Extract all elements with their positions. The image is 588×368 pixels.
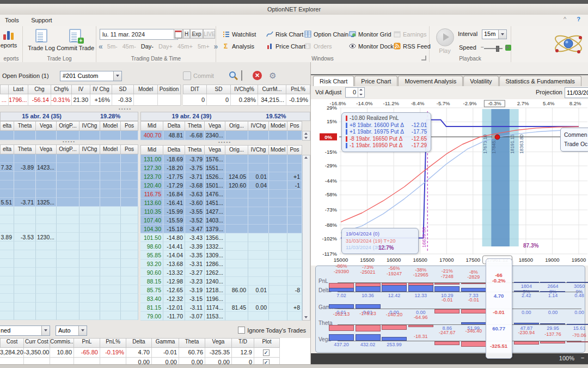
table-row[interactable]: 85.75-12.65-3.191218...86.000.01-8 <box>140 286 302 294</box>
help-icon[interactable]: ? <box>577 16 580 22</box>
splitter-handle[interactable] <box>98 107 152 112</box>
menu-tools[interactable]: Tools <box>0 15 24 25</box>
time-step-Day-[interactable]: Day- <box>141 43 154 50</box>
table-row[interactable]: 123.70-17.75-3.711526...124.050.01+1 <box>140 172 302 181</box>
table-row[interactable] <box>0 207 138 215</box>
collapse-ribbon-icon[interactable]: ^ <box>564 16 566 22</box>
table-row[interactable]: 5.51-3.711325... <box>0 198 138 207</box>
table-row[interactable]: 98.60-14.41-3.391332... <box>140 242 302 251</box>
windows-item-watchlist[interactable]: Watchlist <box>223 29 266 40</box>
table-row[interactable] <box>0 276 138 285</box>
chevron-down-icon[interactable] <box>498 30 506 39</box>
table-row[interactable] <box>0 250 138 259</box>
commit-button[interactable]: Commit <box>183 71 214 80</box>
windows-item-option-chain[interactable]: Option Chain <box>304 29 349 40</box>
table-row[interactable]: 7.32-3.891423... <box>0 163 138 172</box>
plot-checkbox[interactable]: ✓ <box>263 349 270 356</box>
calendar-button[interactable] <box>174 29 183 39</box>
quote-row[interactable]: ...1796...-56.14-0.31%21.30+16%-0.33 <box>0 94 181 106</box>
risk-chart[interactable]: 17673.1017845.7718191.1318363.8016639.86… <box>311 99 588 266</box>
table-row[interactable]: 400.7048.81-6.682340... <box>140 131 302 140</box>
windows-item-risk-chart[interactable]: Risk Chart <box>266 29 304 40</box>
windows-item-rss-feed[interactable]: RSS Feed <box>394 41 434 52</box>
position-select[interactable]: #201 Custom <box>60 71 122 81</box>
table-row[interactable]: 3.89-3.531230... <box>0 233 138 242</box>
windows-item-monitor-grid[interactable]: Monitor Grid <box>349 29 394 40</box>
table-row[interactable]: 88.15-12.98-3.231240... <box>140 277 302 286</box>
splitter-handle[interactable] <box>0 140 138 144</box>
table-row[interactable]: 90.60-13.32-3.271262... <box>140 268 302 277</box>
export-icon[interactable] <box>241 71 251 81</box>
time-step-5m+[interactable]: 5m+ <box>198 43 210 50</box>
table-row[interactable]: 107.40-15.59-3.521403... <box>140 216 302 225</box>
time-step-5m-[interactable]: 5m- <box>107 43 118 50</box>
table-row[interactable] <box>0 172 138 180</box>
expiry-header[interactable]: 15 abr. 24 (35) 19.28% <box>0 112 138 121</box>
table-row[interactable] <box>0 294 138 303</box>
chevron-down-icon[interactable] <box>78 326 87 335</box>
table-row[interactable]: 101.50-14.80-3.431356... <box>140 233 302 242</box>
group-expand-icon[interactable] <box>421 56 426 61</box>
history-button[interactable]: H <box>183 29 190 39</box>
menu-support[interactable]: Support <box>26 15 57 25</box>
zoom-out-button[interactable]: – <box>581 354 584 361</box>
projection-date-input[interactable] <box>565 87 588 98</box>
expiry-header[interactable]: 19 abr. 24 (39) 19.52% <box>140 112 310 121</box>
commit-trade-button[interactable]: + Commit Trade <box>57 29 94 51</box>
table-row[interactable]: 3,284.20-3,350.0010.80-65.80-0.19%4.70-0… <box>0 348 310 358</box>
table-row[interactable] <box>0 224 138 233</box>
table-row[interactable] <box>0 259 138 268</box>
table-row[interactable]: 83.40-12.32-3.151196... <box>140 294 302 303</box>
display-mode-select[interactable]: ned <box>0 325 50 336</box>
table-row[interactable]: 95.85-14.04-3.351309... <box>140 251 302 260</box>
table-row[interactable]: 110.35-15.99-3.551427... <box>140 207 302 216</box>
prev-arrow[interactable]: « <box>99 42 103 51</box>
tab-risk-chart[interactable]: Risk Chart <box>313 76 354 86</box>
table-row[interactable] <box>0 242 138 250</box>
tab-movement-analysis[interactable]: Movement Analysis <box>398 76 463 86</box>
stats-row[interactable]: 000.28%34,215...-0.19% <box>183 94 310 106</box>
search-icon[interactable] <box>229 71 238 81</box>
speed-slider[interactable]: − ✛ <box>481 46 507 51</box>
vol-adjust-stepper[interactable]: 0 <box>345 87 365 98</box>
time-step-Day+[interactable]: Day+ <box>158 43 173 50</box>
auto-select[interactable]: Auto <box>56 325 87 336</box>
table-row[interactable] <box>0 285 138 294</box>
table-row[interactable]: 104.30-15.18-3.471379... <box>140 225 302 233</box>
close-position-icon[interactable]: ✕ <box>253 71 262 80</box>
table-row[interactable] <box>0 154 138 163</box>
table-row[interactable] <box>0 311 138 320</box>
table-row[interactable] <box>0 180 138 189</box>
exp-button[interactable]: Exp <box>190 29 203 39</box>
table-row[interactable] <box>0 268 138 276</box>
live-button[interactable]: LIVE <box>203 29 215 39</box>
time-step-45m+[interactable]: 45m+ <box>177 43 193 50</box>
windows-item-analysis[interactable]: ΣAnalysis <box>223 41 266 52</box>
table-row[interactable]: 113.60-16.41-3.601451... <box>140 198 302 207</box>
reports-button[interactable]: eports <box>0 29 21 49</box>
table-row[interactable]: 131.00-18.69-3.791576... <box>140 155 302 164</box>
windows-item-price-chart[interactable]: Price Chart <box>266 41 304 52</box>
windows-item-monitor-dock[interactable]: Monitor Dock <box>349 41 394 52</box>
table-row[interactable]: 116.75-16.84-3.631476... <box>140 190 302 198</box>
table-row[interactable]: 93.20-13.68-3.311286... <box>140 260 302 268</box>
chevron-down-icon[interactable] <box>113 71 121 81</box>
table-row[interactable]: 127.30-18.20-3.751551... <box>140 164 302 172</box>
tab-price-chart[interactable]: Price Chart <box>354 76 397 86</box>
table-row[interactable] <box>0 303 138 311</box>
table-row[interactable] <box>0 189 138 198</box>
chevron-down-icon[interactable] <box>41 326 50 335</box>
ignore-trades-checkbox[interactable] <box>238 327 245 334</box>
scroll-buttons[interactable] <box>302 131 310 141</box>
trading-date-input[interactable] <box>100 29 178 40</box>
tab-statistics-fundamentals[interactable]: Statistics & Fundamentals <box>499 76 581 86</box>
table-row[interactable]: 79.00-11.70-3.071153... <box>140 312 302 321</box>
table-row[interactable] <box>0 215 138 224</box>
splitter-handle[interactable] <box>140 141 309 145</box>
gear-icon[interactable]: ⚙ <box>268 71 278 81</box>
interval-select[interactable]: 15m <box>482 29 507 39</box>
play-button[interactable] <box>436 28 454 46</box>
slider-handle[interactable] <box>496 46 499 52</box>
time-step-45m-[interactable]: 45m- <box>122 43 136 50</box>
table-row[interactable]: 81.15-12.01-3.111174...81.450.00+8 <box>140 303 302 312</box>
